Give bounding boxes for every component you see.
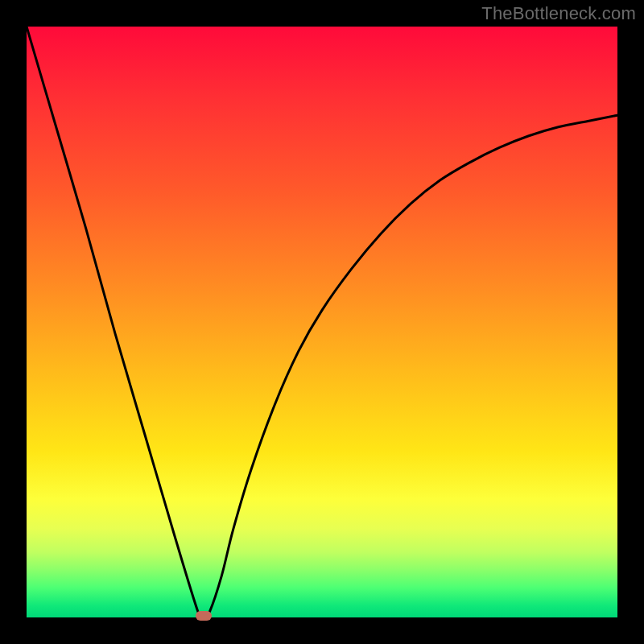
chart-frame: TheBottleneck.com [0,0,644,644]
plot-area [27,27,617,617]
optimal-point-marker [196,611,212,621]
watermark-text: TheBottleneck.com [481,3,636,24]
bottleneck-curve [27,27,617,617]
